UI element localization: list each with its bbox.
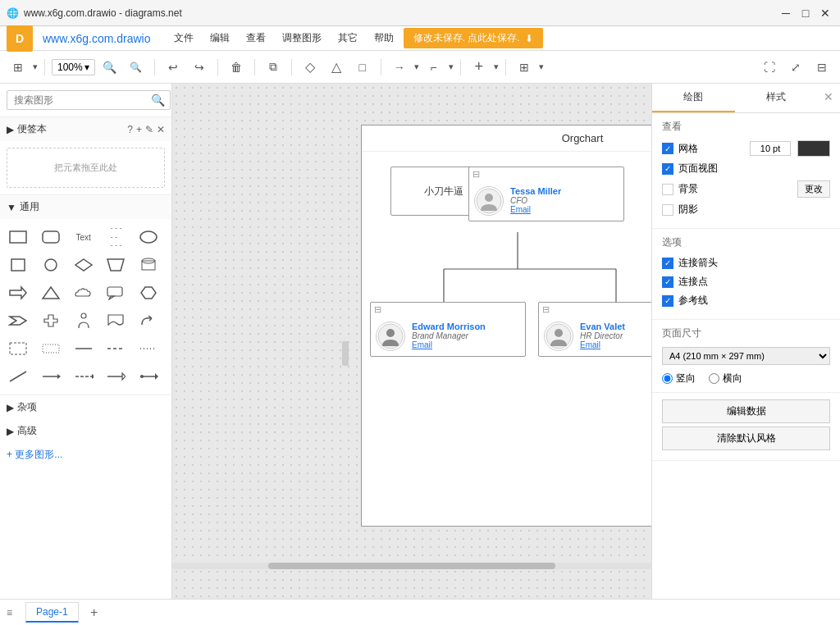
- shape-square[interactable]: [5, 252, 31, 278]
- shape-line[interactable]: [71, 335, 97, 362]
- fill-color-btn[interactable]: ◇: [299, 56, 322, 79]
- shadow-btn[interactable]: □: [351, 56, 374, 79]
- stickers-help[interactable]: ?: [127, 124, 133, 135]
- grid-check[interactable]: ✓: [662, 143, 673, 154]
- shape-rounded-rect[interactable]: [38, 224, 64, 250]
- edward-email[interactable]: Email: [412, 340, 520, 349]
- menu-help[interactable]: 帮助: [368, 28, 400, 48]
- shape-circle[interactable]: [38, 252, 64, 278]
- connect-point-checkbox[interactable]: ✓ 连接点: [662, 275, 708, 289]
- maximize-button[interactable]: □: [797, 5, 814, 21]
- portrait-radio[interactable]: [662, 373, 673, 384]
- change-bg-btn[interactable]: 更改: [797, 180, 830, 198]
- pageview-checkbox[interactable]: ✓ 页面视图: [662, 162, 718, 176]
- view-toggle-arrow[interactable]: ▾: [33, 62, 38, 72]
- menu-file[interactable]: 文件: [167, 28, 200, 48]
- evan-email[interactable]: Email: [580, 340, 651, 349]
- waypoint-btn[interactable]: ⌐: [422, 56, 445, 79]
- connector-btn[interactable]: →: [388, 56, 411, 79]
- shape-arrow-right[interactable]: [5, 280, 31, 306]
- sidebar-resize-handle[interactable]: [342, 341, 349, 366]
- tessa-email[interactable]: Email: [510, 205, 619, 214]
- page-size-select[interactable]: A4 (210 mm × 297 mm): [662, 347, 830, 365]
- insert-arrow[interactable]: ▾: [494, 62, 499, 72]
- close-button[interactable]: ✕: [817, 5, 833, 21]
- shape-person[interactable]: [71, 308, 97, 334]
- shape-dotted-line[interactable]: [135, 335, 162, 362]
- menu-view[interactable]: 查看: [240, 28, 272, 48]
- insert-btn[interactable]: +: [468, 56, 491, 79]
- fullscreen-btn[interactable]: ⛶: [758, 56, 781, 79]
- pageview-check[interactable]: ✓: [662, 163, 673, 175]
- waypoint-arrow[interactable]: ▾: [449, 62, 454, 72]
- portrait-option[interactable]: 竖向: [662, 372, 696, 385]
- edward-node[interactable]: ⊟ Edward Morrison Brand Manager Email: [370, 302, 526, 357]
- zoom-in-btn[interactable]: 🔍: [98, 56, 121, 79]
- edit-data-btn[interactable]: 编辑数据: [662, 399, 830, 423]
- reference-line-check[interactable]: ✓: [662, 295, 673, 307]
- menu-arrange[interactable]: 调整图形: [276, 28, 328, 48]
- delete-btn[interactable]: 🗑: [225, 56, 248, 79]
- shape-arrow4[interactable]: [103, 363, 129, 390]
- grid-value-input[interactable]: [750, 141, 791, 156]
- menu-edit[interactable]: 编辑: [203, 28, 236, 48]
- reference-line-checkbox[interactable]: ✓ 参考线: [662, 294, 708, 308]
- shape-triangle[interactable]: [38, 280, 64, 306]
- grid-checkbox[interactable]: ✓ 网格: [662, 142, 698, 156]
- h-scrollbar[interactable]: [172, 563, 651, 569]
- shape-dashed-line[interactable]: [103, 335, 129, 362]
- zoom-out-btn[interactable]: 🔍: [125, 56, 148, 79]
- shape-arrow5[interactable]: [135, 363, 162, 390]
- menu-extra[interactable]: 其它: [331, 28, 364, 48]
- sidebar-misc-section[interactable]: ▶ 杂项: [0, 395, 171, 419]
- shape-note[interactable]: - - -- -- - -: [103, 224, 129, 250]
- grid-color-swatch[interactable]: [797, 140, 830, 157]
- shadow-checkbox[interactable]: 阴影: [662, 203, 698, 217]
- shape-rect[interactable]: [5, 224, 31, 250]
- stickers-header[interactable]: ▶ 便签本 ? + ✎ ✕: [0, 117, 171, 141]
- background-check[interactable]: [662, 184, 673, 195]
- table-arrow[interactable]: ▾: [539, 62, 544, 72]
- fit-btn[interactable]: ⤢: [784, 56, 807, 79]
- connect-arrow-checkbox[interactable]: ✓ 连接箭头: [662, 256, 718, 270]
- shape-curved-arrow[interactable]: [135, 308, 162, 334]
- stickers-edit[interactable]: ✎: [145, 124, 153, 135]
- zoom-control[interactable]: 100% ▾: [52, 59, 95, 75]
- shape-dotted-rect[interactable]: [38, 335, 64, 362]
- format-btn[interactable]: ⊟: [810, 56, 833, 79]
- shape-arrow3[interactable]: [71, 363, 97, 390]
- undo-btn[interactable]: ↩: [162, 56, 185, 79]
- tab-style[interactable]: 样式: [735, 84, 818, 112]
- line-color-btn[interactable]: △: [325, 56, 348, 79]
- connector-arrow[interactable]: ▾: [414, 62, 419, 72]
- table-btn[interactable]: ⊞: [513, 56, 536, 79]
- add-page-btn[interactable]: +: [85, 604, 103, 622]
- connect-arrow-check[interactable]: ✓: [662, 258, 673, 269]
- panel-close-btn[interactable]: ✕: [817, 84, 840, 112]
- shape-line2[interactable]: [5, 363, 31, 390]
- connect-point-check[interactable]: ✓: [662, 276, 673, 288]
- shape-text[interactable]: Text: [71, 224, 97, 250]
- shape-cross[interactable]: [38, 308, 64, 334]
- h-scrollbar-thumb[interactable]: [268, 563, 555, 569]
- shape-para[interactable]: [103, 252, 129, 278]
- shape-document[interactable]: [103, 308, 129, 334]
- save-notice[interactable]: 修改未保存. 点此处保存. ⬇: [404, 28, 543, 48]
- copy-btn[interactable]: ⧉: [262, 56, 285, 79]
- background-checkbox[interactable]: 背景: [662, 182, 698, 196]
- tessa-node[interactable]: ⊟ Tessa Miller CFO Email: [468, 167, 624, 221]
- shadow-check[interactable]: [662, 204, 673, 216]
- shape-hexagon[interactable]: [135, 280, 162, 306]
- more-shapes-btn[interactable]: + 更多图形...: [0, 443, 171, 467]
- landscape-option[interactable]: 横向: [709, 372, 742, 385]
- stickers-add[interactable]: +: [136, 124, 142, 135]
- landscape-radio[interactable]: [709, 373, 719, 384]
- shape-cloud[interactable]: [71, 280, 97, 306]
- tab-draw[interactable]: 绘图: [652, 84, 735, 112]
- shape-diamond[interactable]: [71, 252, 97, 278]
- search-input[interactable]: [7, 90, 171, 110]
- page-tab-menu[interactable]: ≡: [7, 607, 12, 618]
- evan-node[interactable]: ⊟ Evan Valet HR Director Email: [538, 302, 651, 357]
- shape-cylinder[interactable]: [135, 252, 162, 278]
- shape-arrow2[interactable]: [38, 363, 64, 390]
